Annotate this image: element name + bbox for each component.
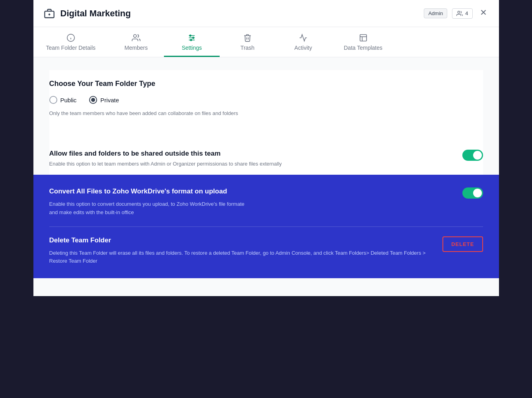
radio-group: Public Private xyxy=(49,96,483,104)
convert-toggle-slider[interactable] xyxy=(462,187,483,199)
share-setting-title: Allow files and folders to be shared out… xyxy=(49,150,453,158)
delete-title: Delete Team Folder xyxy=(49,236,433,244)
tab-trash[interactable]: Trash xyxy=(220,27,275,57)
radio-public-label: Public xyxy=(60,97,77,103)
blue-divider xyxy=(49,226,483,227)
svg-point-9 xyxy=(134,35,136,37)
folder-type-title: Choose Your Team Folder Type xyxy=(49,80,483,88)
close-button[interactable] xyxy=(477,6,489,20)
svg-point-15 xyxy=(190,39,192,41)
share-toggle-slider[interactable] xyxy=(462,150,483,161)
tab-members-label: Members xyxy=(125,45,148,51)
radio-private-circle xyxy=(89,96,97,104)
convert-text: Convert All Files to Zoho WorkDrive's fo… xyxy=(49,187,453,217)
share-setting-section: Allow files and folders to be shared out… xyxy=(49,142,483,175)
svg-point-3 xyxy=(458,11,460,13)
svg-point-14 xyxy=(193,37,194,39)
modal-header: Digital Marketing Admin 4 xyxy=(33,0,499,27)
admin-badge: Admin xyxy=(424,8,447,18)
tab-trash-label: Trash xyxy=(240,45,254,51)
convert-title: Convert All Files to Zoho WorkDrive's fo… xyxy=(49,187,453,195)
radio-private-label: Private xyxy=(100,97,119,103)
modal-container: Digital Marketing Admin 4 xyxy=(33,0,499,296)
share-toggle[interactable] xyxy=(462,150,483,161)
share-setting-desc: Enable this option to let team members w… xyxy=(49,161,453,167)
folder-type-section: Choose Your Team Folder Type Public Priv… xyxy=(49,70,483,142)
delete-button[interactable]: DELETE xyxy=(442,236,483,252)
delete-text: Delete Team Folder Deleting this Team Fo… xyxy=(49,236,433,266)
blue-section: Convert All Files to Zoho WorkDrive's fo… xyxy=(33,175,499,278)
tab-data-templates-label: Data Templates xyxy=(344,45,382,51)
folder-icon xyxy=(43,7,56,20)
tabs-bar: Team Folder Details Members Settings xyxy=(33,27,499,57)
convert-desc-2: and make edits with the built-in office xyxy=(49,209,453,217)
tab-members[interactable]: Members xyxy=(108,27,164,57)
tab-activity[interactable]: Activity xyxy=(275,27,331,57)
modal-title: Digital Marketing xyxy=(60,8,419,19)
tab-data-templates[interactable]: Data Templates xyxy=(331,27,395,57)
delete-section: Delete Team Folder Deleting this Team Fo… xyxy=(49,236,483,266)
share-setting-row: Allow files and folders to be shared out… xyxy=(49,150,483,167)
modal-body: Choose Your Team Folder Type Public Priv… xyxy=(33,57,499,296)
convert-toggle[interactable] xyxy=(462,187,483,199)
convert-setting: Convert All Files to Zoho WorkDrive's fo… xyxy=(49,187,483,217)
tab-settings-label: Settings xyxy=(182,45,202,51)
members-count: 4 xyxy=(465,10,468,16)
radio-private[interactable]: Private xyxy=(89,96,119,104)
members-badge: 4 xyxy=(452,8,472,19)
tab-team-folder-details[interactable]: Team Folder Details xyxy=(33,27,109,57)
radio-public-circle xyxy=(49,96,57,104)
convert-desc-1: Enable this option to convert documents … xyxy=(49,200,453,209)
tab-activity-label: Activity xyxy=(294,45,312,51)
folder-type-desc: Only the team members who have been adde… xyxy=(49,110,483,116)
svg-rect-16 xyxy=(360,35,366,41)
radio-public[interactable]: Public xyxy=(49,96,77,104)
share-setting-text: Allow files and folders to be shared out… xyxy=(49,150,453,167)
delete-desc: Deleting this Team Folder will erase all… xyxy=(49,249,433,266)
tab-team-folder-details-label: Team Folder Details xyxy=(46,45,96,51)
svg-point-13 xyxy=(190,35,191,37)
tab-settings[interactable]: Settings xyxy=(164,27,220,57)
